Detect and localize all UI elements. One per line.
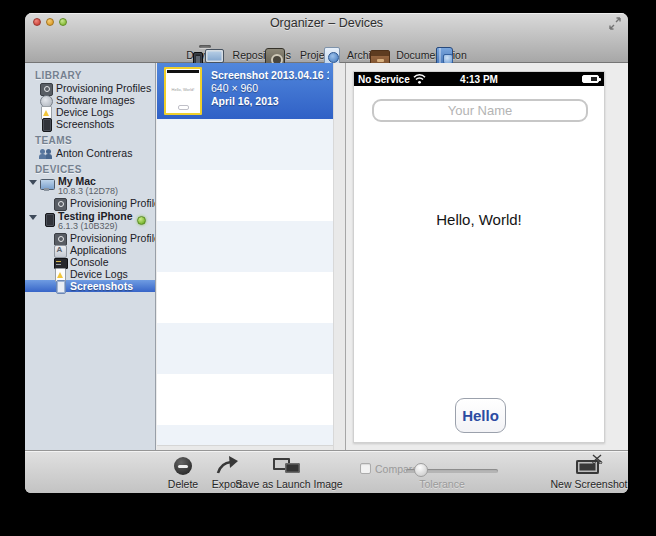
screenshot-title: Screenshot 2013.04.16 16.13... xyxy=(211,69,329,82)
save-as-launch-image-label[interactable]: Save as Launch Image xyxy=(234,478,344,490)
team-icon xyxy=(39,147,52,160)
sidebar-item-provisioning-profiles[interactable]: Provisioning Profiles xyxy=(25,82,155,94)
hello-world-label: Hello, World! xyxy=(354,211,604,228)
toolbar-item-devices[interactable]: Devices xyxy=(186,45,223,61)
delete-button-label[interactable]: Delete xyxy=(158,478,208,490)
sidebar: LIBRARY Provisioning Profiles Software I… xyxy=(25,63,156,450)
device-version: 6.1.3 (10B329) xyxy=(58,222,132,231)
window-title: Organizer – Devices xyxy=(25,16,628,30)
hello-button: Hello xyxy=(455,398,506,433)
toolbar-item-repositories[interactable]: Repositories xyxy=(233,45,291,61)
sidebar-item-label: Provisioning Profiles xyxy=(70,232,156,244)
sidebar-item-label: Provisioning Profiles xyxy=(56,82,151,94)
screenshots-icon xyxy=(39,118,52,131)
toolbar-item-archives[interactable]: Archives xyxy=(347,45,387,61)
iphone-status-bar: No Service 4:13 PM xyxy=(354,72,604,86)
sidebar-item-device-logs-iphone[interactable]: Device Logs xyxy=(25,268,155,280)
preview-pane: No Service 4:13 PM Your Name Hello, Worl… xyxy=(346,63,628,450)
sidebar-item-label: Applications xyxy=(70,244,127,256)
screenshot-stage: Organizer – Devices Devices Repositories xyxy=(0,0,656,536)
sidebar-item-applications[interactable]: Applications xyxy=(25,244,155,256)
screenshot-list: Hello, World! Screenshot 2013.04.16 16.1… xyxy=(157,63,333,450)
bottom-toolbar: Delete Export Save as Launch Image Compa… xyxy=(25,450,628,493)
sidebar-item-label: Anton Contreras xyxy=(56,147,132,159)
device-connected-status-dot xyxy=(137,216,146,225)
sidebar-item-label: Provisioning Profiles xyxy=(70,197,156,209)
sidebar-item-label: Device Logs xyxy=(70,268,128,280)
device-row-testing-iphone[interactable]: Testing iPhone 6.1.3 (10B329) xyxy=(25,211,155,232)
sidebar-item-console[interactable]: Console xyxy=(25,256,155,268)
mac-icon xyxy=(40,178,53,191)
screenshot-resolution: 640 × 960 xyxy=(211,82,329,95)
main-toolbar: Devices Repositories Projects xyxy=(25,45,628,61)
organizer-window: Organizer – Devices Devices Repositories xyxy=(25,13,628,493)
sidebar-item-label: Software Images xyxy=(56,94,135,106)
screenshots-icon xyxy=(53,280,66,293)
sidebar-item-screenshots-library[interactable]: Screenshots xyxy=(25,118,155,130)
export-icon[interactable] xyxy=(216,455,240,475)
toolbar-label: Documentation xyxy=(396,49,467,61)
sidebar-item-mac-provisioning-profiles[interactable]: Provisioning Profiles xyxy=(25,197,155,209)
status-bar-time: 4:13 PM xyxy=(354,74,604,85)
sidebar-item-label: Device Logs xyxy=(56,106,114,118)
tolerance-label: Tolerance xyxy=(399,478,485,490)
new-screenshot-label[interactable]: New Screenshot xyxy=(547,478,628,490)
disclosure-triangle-icon[interactable] xyxy=(29,180,37,185)
sidebar-item-screenshots-selected[interactable]: Screenshots xyxy=(25,280,155,292)
sidebar-item-iphone-provisioning-profiles[interactable]: Provisioning Profiles xyxy=(25,232,155,244)
battery-icon xyxy=(582,75,599,83)
titlebar: Organizer – Devices Devices Repositories xyxy=(25,13,628,63)
sidebar-item-team-anton-contreras[interactable]: Anton Contreras xyxy=(25,147,155,159)
toolbar-item-projects[interactable]: Projects xyxy=(300,45,338,61)
screenshot-thumbnail: Hello, World! xyxy=(164,67,202,115)
compare-checkbox[interactable] xyxy=(360,463,371,474)
sidebar-header-library: LIBRARY xyxy=(25,70,155,82)
screenshot-preview-image: No Service 4:13 PM Your Name Hello, Worl… xyxy=(353,71,605,443)
sidebar-item-device-logs[interactable]: Device Logs xyxy=(25,106,155,118)
tolerance-slider-knob[interactable] xyxy=(414,463,428,477)
screenshot-date: April 16, 2013 xyxy=(211,95,329,108)
sidebar-item-label: Screenshots xyxy=(70,280,133,292)
sidebar-header-teams: TEAMS xyxy=(25,135,155,147)
toolbar-item-documentation[interactable]: Documentation xyxy=(396,45,467,61)
fullscreen-icon[interactable] xyxy=(608,17,622,30)
device-row-my-mac[interactable]: My Mac 10.8.3 (12D78) xyxy=(25,176,155,197)
disclosure-triangle-icon[interactable] xyxy=(29,215,37,220)
list-vertical-scrollbar-gutter xyxy=(333,63,345,450)
device-version: 10.8.3 (12D78) xyxy=(58,187,118,196)
iphone-icon xyxy=(42,212,55,225)
sidebar-item-label: Screenshots xyxy=(56,118,114,130)
save-as-launch-image-icon[interactable] xyxy=(273,457,305,475)
provisioning-profiles-icon xyxy=(53,197,66,210)
delete-icon[interactable] xyxy=(174,457,192,475)
new-screenshot-icon[interactable] xyxy=(574,455,604,475)
sidebar-item-label: Console xyxy=(70,256,109,268)
screenshot-list-empty-rows xyxy=(157,119,333,445)
sidebar-item-software-images[interactable]: Software Images xyxy=(25,94,155,106)
content-area: LIBRARY Provisioning Profiles Software I… xyxy=(25,63,628,450)
screenshot-list-row-selected[interactable]: Hello, World! Screenshot 2013.04.16 16.1… xyxy=(157,63,333,119)
name-text-field: Your Name xyxy=(372,99,588,122)
